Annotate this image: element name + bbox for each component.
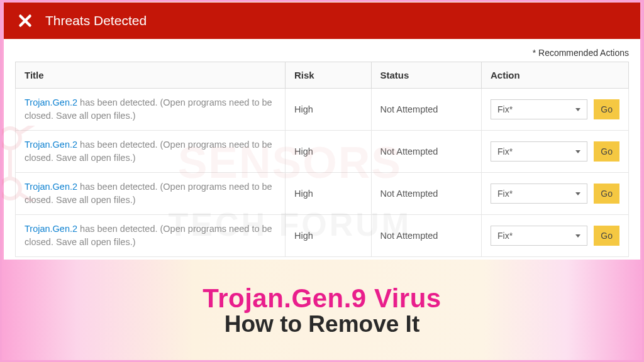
- risk-value: High: [294, 104, 313, 114]
- action-dropdown[interactable]: Fix*: [491, 226, 587, 246]
- action-dropdown[interactable]: Fix*: [491, 184, 587, 204]
- col-header-status: Status: [371, 62, 482, 89]
- threat-link[interactable]: Trojan.Gen.2: [25, 182, 77, 192]
- go-button[interactable]: Go: [594, 141, 619, 162]
- panel-header: Threats Detected: [4, 3, 640, 39]
- action-selected: Fix*: [497, 104, 513, 114]
- action-dropdown[interactable]: Fix*: [491, 99, 587, 119]
- col-header-action: Action: [482, 62, 629, 89]
- table-row: Trojan.Gen.2 has been detected. (Open pr…: [16, 215, 629, 257]
- threat-link[interactable]: Trojan.Gen.2: [25, 140, 77, 150]
- status-value: Not Attempted: [380, 231, 438, 241]
- chevron-down-icon: [575, 150, 580, 153]
- threats-panel: Threats Detected * Recommended Actions T…: [4, 3, 640, 260]
- status-value: Not Attempted: [380, 104, 438, 114]
- table-row: Trojan.Gen.2 has been detected. (Open pr…: [16, 89, 629, 131]
- action-selected: Fix*: [497, 146, 513, 156]
- recommended-actions-label: * Recommended Actions: [15, 48, 629, 58]
- close-icon[interactable]: [15, 11, 35, 31]
- risk-value: High: [294, 231, 313, 241]
- chevron-down-icon: [575, 108, 580, 111]
- threats-table: Title Risk Status Action Trojan.Gen.2 ha…: [15, 62, 629, 257]
- action-selected: Fix*: [497, 231, 513, 241]
- panel-title: Threats Detected: [45, 13, 147, 28]
- go-button[interactable]: Go: [594, 184, 619, 204]
- promo-banner: Trojan.Gen.9 Virus How to Remove It: [4, 283, 640, 337]
- risk-value: High: [294, 189, 313, 199]
- status-value: Not Attempted: [380, 146, 438, 156]
- chevron-down-icon: [575, 234, 580, 238]
- risk-value: High: [294, 146, 313, 156]
- threat-link[interactable]: Trojan.Gen.2: [25, 224, 77, 234]
- go-button[interactable]: Go: [594, 99, 619, 119]
- threat-link[interactable]: Trojan.Gen.2: [25, 97, 77, 107]
- promo-line1: Trojan.Gen.9 Virus: [4, 283, 640, 314]
- go-button[interactable]: Go: [594, 226, 619, 246]
- col-header-title: Title: [16, 62, 286, 89]
- col-header-risk: Risk: [286, 62, 372, 89]
- chevron-down-icon: [575, 192, 580, 195]
- action-selected: Fix*: [497, 189, 513, 199]
- table-row: Trojan.Gen.2 has been detected. (Open pr…: [16, 173, 629, 215]
- promo-line2: How to Remove It: [4, 311, 640, 337]
- table-row: Trojan.Gen.2 has been detected. (Open pr…: [16, 131, 629, 173]
- status-value: Not Attempted: [380, 189, 438, 199]
- action-dropdown[interactable]: Fix*: [491, 141, 587, 162]
